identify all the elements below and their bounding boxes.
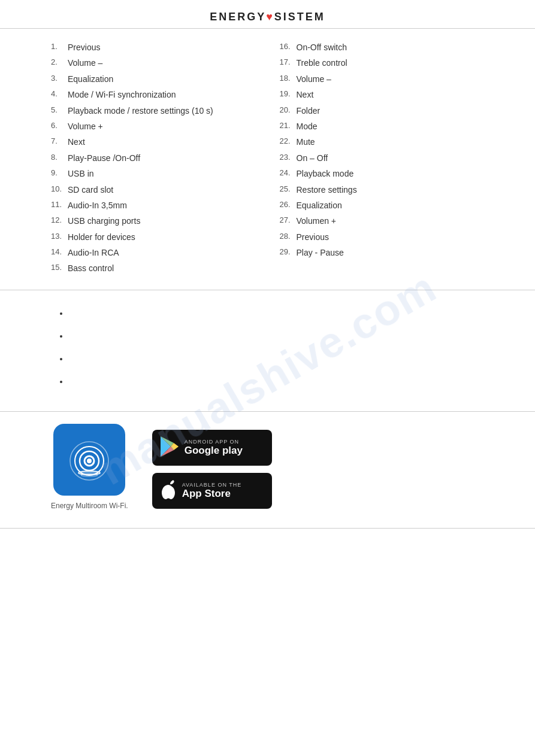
list-item: 24.Playback mode bbox=[280, 167, 485, 180]
google-play-main: Google play bbox=[185, 445, 243, 457]
item-text: Mute bbox=[297, 135, 315, 148]
list-item: 2.Volume – bbox=[51, 56, 256, 69]
item-number: 24. bbox=[280, 167, 297, 180]
item-number: 23. bbox=[280, 151, 297, 165]
item-text: Volume + bbox=[68, 120, 103, 133]
list-item: 11.Audio-In 3,5mm bbox=[51, 199, 256, 212]
list-item: 5.Playback mode / restore settings (10 s… bbox=[51, 104, 256, 117]
svg-point-4 bbox=[87, 459, 92, 463]
app-section: Energy Multiroom Wi-Fi. ANDROID APP ON G… bbox=[0, 412, 535, 529]
item-number: 12. bbox=[51, 214, 68, 227]
item-number: 9. bbox=[51, 167, 68, 180]
app-store-text: Available on the App Store bbox=[182, 482, 242, 500]
app-store-badge[interactable]: Available on the App Store bbox=[152, 473, 272, 509]
google-play-badge[interactable]: ANDROID APP ON Google play bbox=[152, 430, 272, 466]
item-text: On – Off bbox=[297, 151, 328, 165]
bullet-item bbox=[69, 308, 484, 318]
item-number: 11. bbox=[51, 199, 68, 212]
middle-section bbox=[0, 290, 535, 412]
list-item: 12.USB charging ports bbox=[51, 214, 256, 227]
item-text: SD card slot bbox=[68, 183, 113, 196]
list-item: 26.Equalization bbox=[280, 199, 485, 212]
item-text: Audio-In 3,5mm bbox=[68, 199, 127, 212]
list-item: 7.Next bbox=[51, 135, 256, 148]
item-number: 2. bbox=[51, 56, 68, 69]
list-item: 20.Folder bbox=[280, 104, 485, 117]
item-text: Restore settings bbox=[297, 183, 357, 196]
logo-heart: ♥ bbox=[266, 11, 274, 23]
bullet-item bbox=[69, 354, 484, 363]
list-item: 4.Mode / Wi-Fi synchronization bbox=[51, 88, 256, 101]
list-item: 6.Volume + bbox=[51, 120, 256, 133]
right-column: 16.On-Off switch17.Treble control18.Volu… bbox=[280, 41, 485, 278]
numbered-columns: 1.Previous2.Volume –3.Equalization4.Mode… bbox=[51, 41, 484, 278]
item-number: 21. bbox=[280, 120, 297, 133]
google-play-icon bbox=[161, 436, 179, 459]
item-text: Volume – bbox=[297, 72, 331, 86]
item-text: Mode / Wi-Fi synchronization bbox=[68, 88, 176, 101]
list-item: 8.Play-Pause /On-Off bbox=[51, 151, 256, 165]
logo-text-2: SISTEM bbox=[274, 11, 325, 23]
item-number: 1. bbox=[51, 41, 68, 54]
item-number: 17. bbox=[280, 56, 297, 69]
item-text: Playback mode bbox=[297, 167, 354, 180]
list-item: 22.Mute bbox=[280, 135, 485, 148]
item-number: 3. bbox=[51, 72, 68, 86]
list-item: 25.Restore settings bbox=[280, 183, 485, 196]
left-column: 1.Previous2.Volume –3.Equalization4.Mode… bbox=[51, 41, 256, 278]
item-text: Bass control bbox=[68, 262, 114, 275]
list-item: 28.Previous bbox=[280, 230, 485, 244]
app-store-main: App Store bbox=[182, 488, 242, 500]
item-text: Equalization bbox=[297, 199, 342, 212]
wifi-speaker-icon bbox=[65, 436, 113, 484]
item-text: Previous bbox=[68, 41, 100, 54]
item-text: Treble control bbox=[297, 56, 347, 69]
list-item: 15.Bass control bbox=[51, 262, 256, 275]
app-row: Energy Multiroom Wi-Fi. ANDROID APP ON G… bbox=[51, 424, 484, 510]
item-text: Holder for devices bbox=[68, 230, 135, 244]
list-item: 17.Treble control bbox=[280, 56, 485, 69]
google-play-sub: ANDROID APP ON bbox=[185, 439, 243, 445]
item-number: 25. bbox=[280, 183, 297, 196]
item-number: 10. bbox=[51, 183, 68, 196]
list-item: 21.Mode bbox=[280, 120, 485, 133]
item-text: Next bbox=[68, 135, 85, 148]
item-text: USB charging ports bbox=[68, 214, 140, 227]
item-text: Mode bbox=[297, 120, 318, 133]
logo-text-1: ENERGY bbox=[210, 11, 266, 23]
item-number: 18. bbox=[280, 72, 297, 86]
svg-point-6 bbox=[81, 474, 98, 476]
item-text: USB in bbox=[68, 167, 94, 180]
footer-section bbox=[0, 529, 535, 600]
list-item: 10.SD card slot bbox=[51, 183, 256, 196]
item-number: 4. bbox=[51, 88, 68, 101]
item-number: 29. bbox=[280, 246, 297, 259]
list-item: 23.On – Off bbox=[280, 151, 485, 165]
app-store-sub: Available on the bbox=[182, 482, 242, 488]
item-text: Volumen + bbox=[297, 214, 337, 227]
list-item: 27.Volumen + bbox=[280, 214, 485, 227]
app-icon-container: Energy Multiroom Wi-Fi. bbox=[51, 424, 128, 510]
page-header: ENERGY♥SISTEM bbox=[0, 0, 535, 29]
google-play-text: ANDROID APP ON Google play bbox=[185, 439, 243, 457]
item-text: Audio-In RCA bbox=[68, 246, 119, 259]
item-text: Previous bbox=[297, 230, 329, 244]
item-text: Play - Pause bbox=[297, 246, 344, 259]
item-number: 22. bbox=[280, 135, 297, 148]
apple-icon bbox=[161, 480, 176, 501]
item-text: Next bbox=[297, 88, 314, 101]
bullet-list bbox=[51, 308, 484, 386]
item-number: 28. bbox=[280, 230, 297, 244]
item-text: Playback mode / restore settings (10 s) bbox=[68, 104, 213, 117]
item-number: 15. bbox=[51, 262, 68, 275]
list-item: 13.Holder for devices bbox=[51, 230, 256, 244]
list-item: 14.Audio-In RCA bbox=[51, 246, 256, 259]
numbered-list-section: 1.Previous2.Volume –3.Equalization4.Mode… bbox=[0, 29, 535, 290]
item-text: On-Off switch bbox=[297, 41, 347, 54]
bullet-item bbox=[69, 377, 484, 386]
store-badges: ANDROID APP ON Google play Available on … bbox=[152, 430, 272, 509]
list-item: 29.Play - Pause bbox=[280, 246, 485, 259]
list-item: 16.On-Off switch bbox=[280, 41, 485, 54]
item-number: 14. bbox=[51, 246, 68, 259]
item-number: 20. bbox=[280, 104, 297, 117]
